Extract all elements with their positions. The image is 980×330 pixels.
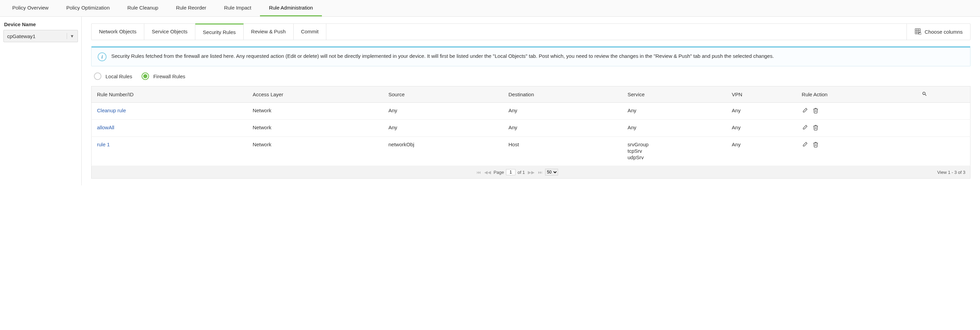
tab-policy-optimization[interactable]: Policy Optimization [57,0,119,16]
cell-source: Any [383,120,503,137]
cell-vpn: Any [727,103,796,120]
cell-access-layer: Network [247,103,383,120]
cell-access-layer: Network [247,120,383,137]
rule-id-link[interactable]: Cleanup rule [97,108,126,113]
subtab-commit[interactable]: Commit [294,24,327,40]
search-icon[interactable] [922,92,927,98]
th-rule-id[interactable]: Rule Number/ID [92,86,247,103]
table-row: Cleanup ruleNetworkAnyAnyAnyAny [92,103,970,120]
service-value: udpSrv [627,154,721,160]
device-select[interactable]: cpGateway1 ▾ [3,30,78,42]
info-banner: i Security Rules fetched from the firewa… [91,46,970,66]
pager-of-label: of 1 [517,170,525,175]
pager-page-size-select[interactable]: 50 [545,169,558,176]
th-vpn[interactable]: VPN [727,86,796,103]
subtab-network-objects[interactable]: Network Objects [92,24,144,40]
edit-icon[interactable] [802,141,808,149]
th-destination[interactable]: Destination [503,86,622,103]
tab-rule-administration[interactable]: Rule Administration [260,0,321,16]
sidebar: Device Name cpGateway1 ▾ [0,17,82,186]
cell-destination: Any [503,103,622,120]
pager-next-icon[interactable]: ▶▶ [527,170,535,175]
cell-service: Any [622,120,726,137]
info-icon: i [98,52,107,61]
pager-first-icon[interactable]: ⏮ [476,170,482,175]
tab-rule-cleanup[interactable]: Rule Cleanup [118,0,167,16]
service-value: srvGroup [627,141,721,147]
radio-local-label: Local Rules [105,73,132,79]
columns-icon [914,28,921,36]
th-service[interactable]: Service [622,86,726,103]
svg-point-5 [919,32,921,35]
pager: ⏮ ◀◀ Page of 1 ▶▶ ⏭ 50 View 1 - 3 of 3 [91,166,970,179]
subtabs-row: Network Objects Service Objects Security… [91,24,970,40]
content: Network Objects Service Objects Security… [82,17,980,186]
edit-icon[interactable] [802,108,808,115]
delete-icon[interactable] [813,141,819,149]
th-search [916,86,970,103]
choose-columns-label: Choose columns [924,29,963,35]
delete-icon[interactable] [813,125,819,132]
device-name-label: Device Name [3,21,78,27]
table-row: rule 1NetworknetworkObjHostsrvGrouptcpSr… [92,137,970,166]
pager-last-icon[interactable]: ⏭ [537,170,543,175]
tab-policy-overview[interactable]: Policy Overview [3,0,57,16]
cell-destination: Host [503,137,622,166]
info-text: Security Rules fetched from the firewall… [111,52,774,61]
service-value: Any [627,108,721,113]
pager-prev-icon[interactable]: ◀◀ [484,170,492,175]
tab-rule-impact[interactable]: Rule Impact [215,0,260,16]
cell-access-layer: Network [247,137,383,166]
service-value: Any [627,125,721,130]
cell-destination: Any [503,120,622,137]
radio-firewall-label: Firewall Rules [153,73,185,79]
cell-service: srvGrouptcpSrvudpSrv [622,137,726,166]
delete-icon[interactable] [813,108,819,115]
service-value: tcpSrv [627,148,721,154]
chevron-down-icon: ▾ [67,33,74,39]
rules-table: Rule Number/ID Access Layer Source Desti… [91,86,970,166]
rule-id-link[interactable]: allowAll [97,125,115,130]
cell-vpn: Any [727,120,796,137]
tab-rule-reorder[interactable]: Rule Reorder [167,0,215,16]
subtab-service-objects[interactable]: Service Objects [144,24,195,40]
th-rule-action[interactable]: Rule Action [796,86,916,103]
table-row: allowAllNetworkAnyAnyAnyAny [92,120,970,137]
top-tabs: Policy Overview Policy Optimization Rule… [0,0,980,17]
pager-page-input[interactable] [506,169,515,175]
device-select-value: cpGateway1 [7,33,35,39]
choose-columns-button[interactable]: Choose columns [907,24,970,40]
cell-source: Any [383,103,503,120]
pager-view-text: View 1 - 3 of 3 [937,170,966,175]
radio-row: Local Rules Firewall Rules [91,73,970,80]
radio-firewall-rules[interactable] [142,73,149,80]
pager-page-label: Page [494,170,504,175]
cell-source: networkObj [383,137,503,166]
cell-service: Any [622,103,726,120]
subtabs: Network Objects Service Objects Security… [92,24,907,40]
subtab-review-push[interactable]: Review & Push [243,24,294,40]
th-source[interactable]: Source [383,86,503,103]
subtab-security-rules[interactable]: Security Rules [195,24,243,40]
radio-local-rules[interactable] [94,73,102,80]
th-access-layer[interactable]: Access Layer [247,86,383,103]
cell-vpn: Any [727,137,796,166]
rule-id-link[interactable]: rule 1 [97,141,110,147]
edit-icon[interactable] [802,125,808,132]
